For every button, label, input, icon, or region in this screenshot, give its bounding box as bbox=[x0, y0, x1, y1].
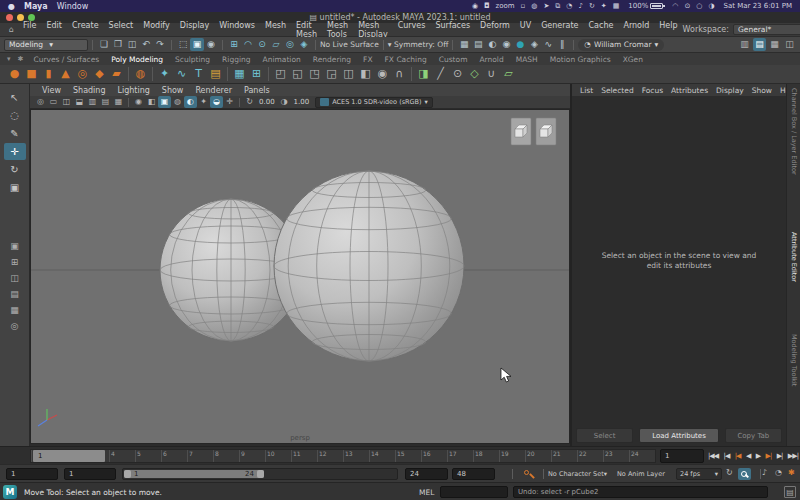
snap-view-icon[interactable]: ◎ bbox=[283, 38, 297, 51]
home-icon[interactable]: ⌂ bbox=[5, 25, 18, 34]
append-polygon-icon[interactable]: ∩ bbox=[391, 65, 408, 83]
bluetooth-icon[interactable]: ✦ bbox=[601, 2, 607, 10]
apple-menu-icon[interactable]: ● bbox=[8, 2, 15, 11]
set-key-icon[interactable] bbox=[524, 470, 529, 475]
menu-item[interactable]: Mesh Display bbox=[353, 21, 392, 39]
lasso-tool[interactable]: ◌ bbox=[4, 107, 26, 124]
type-tool-icon[interactable]: T bbox=[190, 65, 207, 83]
step-back-frame-button[interactable]: |◀ bbox=[724, 452, 730, 460]
zoom-app-label[interactable]: zoom bbox=[496, 2, 515, 10]
menu-item[interactable]: Cache bbox=[584, 21, 619, 39]
svg-tool-icon[interactable]: ▤ bbox=[207, 65, 224, 83]
range-slider-groove[interactable]: 1 24 bbox=[122, 468, 398, 480]
search-icon[interactable]: ○ bbox=[696, 2, 702, 10]
multi-cut-icon[interactable]: ╱ bbox=[432, 65, 449, 83]
menu-item[interactable]: Edit bbox=[41, 21, 67, 39]
boolean-difference-icon[interactable]: ◱ bbox=[289, 65, 306, 83]
select-button[interactable]: Select bbox=[576, 428, 633, 443]
macos-menu-item[interactable]: Window bbox=[57, 2, 89, 11]
select-camera-icon[interactable]: ◎ bbox=[34, 96, 47, 108]
stage-manager-icon[interactable]: ▫ bbox=[521, 2, 526, 10]
sweep-mesh-icon[interactable]: ∿ bbox=[173, 65, 190, 83]
tab-modeling-toolkit[interactable]: Modeling Toolkit bbox=[790, 334, 798, 386]
panel-menu-item[interactable]: View bbox=[36, 86, 67, 95]
go-to-end-button[interactable]: ▶▶| bbox=[788, 452, 798, 460]
menu-item[interactable]: Create bbox=[67, 21, 104, 39]
render-current-frame-icon[interactable]: ◐ bbox=[485, 38, 499, 51]
shelf-tab[interactable]: MASH bbox=[510, 55, 544, 64]
four-pane-layout-button[interactable]: ⊞ bbox=[6, 255, 24, 269]
ae-menu-item[interactable]: Selected bbox=[597, 86, 638, 95]
play-forwards-button[interactable]: ▶ bbox=[756, 452, 760, 460]
mel-command-input[interactable] bbox=[440, 486, 508, 498]
snap-grid-icon[interactable]: ⊞ bbox=[227, 38, 241, 51]
exposure-icon[interactable]: ↻ bbox=[243, 96, 256, 108]
menu-set-dropdown[interactable]: Modeling▾ bbox=[4, 39, 88, 51]
light-editor-icon[interactable]: ◈ bbox=[527, 38, 541, 51]
two-pane-layout-button[interactable]: ◫ bbox=[6, 271, 24, 285]
poly-sphere-icon[interactable]: ● bbox=[6, 65, 23, 83]
maya-app-icon[interactable]: M bbox=[3, 485, 17, 499]
shelf-tab[interactable]: Curves / Surfaces bbox=[27, 55, 105, 64]
graph-editor-icon[interactable]: ∿ bbox=[541, 38, 555, 51]
loop-playback-icon[interactable]: ↻ bbox=[726, 468, 733, 477]
remesh-icon[interactable]: ▦ bbox=[231, 65, 248, 83]
load-attributes-button[interactable]: Load Attributes bbox=[639, 428, 718, 443]
single-pane-layout-button[interactable]: ▣ bbox=[6, 239, 24, 253]
redo-icon[interactable]: ↷ bbox=[153, 38, 167, 51]
shelf-gear-icon[interactable]: ✱ bbox=[15, 55, 27, 63]
undo-icon[interactable]: ↶ bbox=[139, 38, 153, 51]
panel-menu-item[interactable]: Lighting bbox=[111, 86, 155, 95]
animation-end-field[interactable]: 48 bbox=[452, 468, 495, 480]
sync-icon[interactable]: ↻ bbox=[589, 2, 595, 10]
safe-action-icon[interactable]: ▤ bbox=[99, 96, 112, 108]
ae-menu-item[interactable]: List bbox=[576, 86, 597, 95]
colorspace-dropdown[interactable]: ACES 1.0 SDR-video (sRGB) ▾ bbox=[315, 97, 433, 108]
poly-disc-icon[interactable]: ▰ bbox=[108, 65, 125, 83]
select-component-icon[interactable]: ◉ bbox=[204, 38, 218, 51]
character-set-dropdown[interactable]: No Character Set▾ bbox=[545, 468, 609, 480]
poly-cone-icon[interactable]: ▲ bbox=[57, 65, 74, 83]
shelf-tab[interactable]: Sculpting bbox=[169, 55, 216, 64]
record-status-icon[interactable]: ◉ bbox=[472, 2, 478, 10]
anim-layer-dropdown[interactable]: No Anim Layer bbox=[614, 468, 670, 480]
xray-icon[interactable]: ◧ bbox=[145, 96, 158, 108]
range-end-handle[interactable] bbox=[257, 470, 264, 478]
shelf-tab[interactable]: Rendering bbox=[307, 55, 357, 64]
fill-hole-icon[interactable]: ◉ bbox=[374, 65, 391, 83]
copy-tab-button[interactable]: Copy Tab bbox=[725, 428, 782, 443]
snap-point-icon[interactable]: ⊙ bbox=[255, 38, 269, 51]
shelf-tab[interactable]: Custom bbox=[433, 55, 474, 64]
menu-item[interactable]: Generate bbox=[536, 21, 583, 39]
select-object-icon[interactable]: ▣ bbox=[190, 38, 204, 51]
play-backwards-button[interactable]: ◀ bbox=[746, 452, 750, 460]
animation-start-field[interactable]: 1 bbox=[6, 468, 58, 480]
playback-start-field[interactable]: 1 bbox=[64, 468, 116, 480]
hypershade-icon[interactable]: ▤ bbox=[471, 38, 485, 51]
use-all-lights-icon[interactable]: ◐ bbox=[184, 96, 197, 108]
workspace-dropdown[interactable]: General*▾ bbox=[733, 24, 800, 35]
mel-label[interactable]: MEL bbox=[419, 488, 434, 497]
command-result-field[interactable]: Undo: select -r pCube2 bbox=[513, 486, 768, 498]
retopologize-icon[interactable]: ⊞ bbox=[248, 65, 265, 83]
keyboard-icon[interactable]: ▦ bbox=[613, 2, 620, 10]
ipr-render-icon[interactable]: ◉ bbox=[499, 38, 513, 51]
separate-icon[interactable]: ◫ bbox=[340, 65, 357, 83]
select-hierarchy-icon[interactable]: ⬚ bbox=[176, 38, 190, 51]
render-view-icon[interactable]: ● bbox=[513, 38, 527, 51]
save-scene-icon[interactable]: ◫ bbox=[125, 38, 139, 51]
safe-title-icon[interactable]: ▦ bbox=[112, 96, 125, 108]
menu-item[interactable]: Windows bbox=[214, 21, 260, 39]
user-switch-icon[interactable]: ◑ bbox=[708, 2, 714, 10]
menu-item[interactable]: Modify bbox=[138, 21, 175, 39]
globe-icon[interactable]: ◍ bbox=[531, 2, 537, 10]
control-center-icon[interactable]: ⊙ bbox=[684, 2, 690, 10]
paint-select-tool[interactable]: ✎ bbox=[4, 125, 26, 142]
poly-cylinder-icon[interactable]: ▮ bbox=[40, 65, 57, 83]
shelf-tab[interactable]: Arnold bbox=[473, 55, 509, 64]
auto-key-toggle[interactable] bbox=[738, 468, 751, 480]
panel-menu-item[interactable]: Shading bbox=[67, 86, 112, 95]
tab-channel-box[interactable]: Channel Box / Layer Editor bbox=[790, 88, 798, 175]
shelf-tab[interactable]: Rigging bbox=[216, 55, 256, 64]
ae-menu-item[interactable]: Focus bbox=[638, 86, 667, 95]
